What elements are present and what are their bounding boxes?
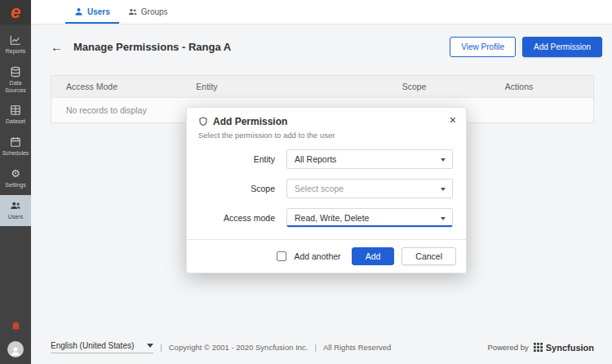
dialog-subtitle: Select the permission to add to the user [198,131,455,140]
column-header-entity: Entity [181,76,387,97]
sidebar-item-settings[interactable]: ⚙ Settings [0,163,31,195]
page-title: Manage Permissions - Ranga A [73,41,231,53]
tab-label: Groups [141,7,168,16]
chevron-down-icon [441,217,446,220]
permission-icon [198,117,208,127]
language-value: English (United States) [51,341,134,350]
scope-dropdown-placeholder: Select scope [295,184,344,193]
add-permission-button[interactable]: Add Permission [522,37,602,57]
dialog-title-row: Add Permission [198,116,455,127]
column-header-scope: Scope [388,76,490,97]
tab-label: Users [87,7,110,16]
sidebar-item-label: Schedules [2,150,29,158]
entity-label: Entity [200,154,286,164]
add-button[interactable]: Add [352,247,395,265]
entity-dropdown[interactable]: All Reports [286,149,453,169]
sidebar-item-users[interactable]: Users [0,195,31,227]
sidebar-item-label: Settings [5,182,25,189]
column-header-access-mode: Access Mode [51,76,181,97]
dataset-grid-icon [10,104,21,116]
app: e Reports Data Sources Dataset [0,0,612,364]
footer-separator: | [314,343,316,352]
access-mode-dropdown[interactable]: Read, Write, Delete [286,208,453,228]
access-mode-dropdown-value: Read, Write, Delete [295,213,369,223]
page-header: ← Manage Permissions - Ranga A View Prof… [31,24,612,65]
dialog-body: Entity All Reports Scope Select scope Ac… [187,140,466,239]
entity-field-row: Entity All Reports [200,149,453,169]
view-profile-button[interactable]: View Profile [450,37,516,57]
person-icon [74,7,83,16]
dialog-footer: Add another Add Cancel [187,239,466,273]
sidebar-item-data-sources[interactable]: Data Sources [0,61,31,100]
access-mode-label: Access mode [200,213,286,223]
scope-label: Scope [200,184,286,193]
entity-dropdown-value: All Reports [295,154,336,164]
language-selector[interactable]: English (United States) [51,341,153,353]
footer-separator: | [160,343,162,352]
empty-state-text: No records to display [66,105,147,115]
sidebar-item-dataset[interactable]: Dataset [0,100,31,131]
tab-groups[interactable]: Groups [119,0,177,24]
access-mode-field-row: Access mode Read, Write, Delete [200,208,453,228]
user-avatar[interactable] [7,341,24,357]
add-another-checkbox[interactable] [277,251,286,261]
sidebar: e Reports Data Sources Dataset [0,0,31,364]
scope-field-row: Scope Select scope [200,179,453,198]
chevron-down-icon [441,188,446,191]
sidebar-nav: Reports Data Sources Dataset Schedules [0,29,31,226]
powered-by-text: Powered by [488,343,529,352]
dialog-header: Add Permission Select the permission to … [187,108,466,140]
sidebar-item-reports[interactable]: Reports [0,29,31,61]
copyright-text: Copyright © 2001 - 2020 Syncfusion Inc. [169,343,308,352]
gear-icon: ⚙ [10,168,21,180]
sidebar-item-label: Data Sources [1,80,30,95]
dialog-title: Add Permission [213,116,287,127]
notifications-bell-icon[interactable] [10,321,22,333]
scope-dropdown[interactable]: Select scope [286,179,453,198]
sidebar-item-label: Users [8,214,23,221]
sidebar-item-schedules[interactable]: Schedules [0,131,31,163]
syncfusion-logo-icon [534,343,543,352]
sidebar-item-label: Dataset [6,118,25,126]
users-icon [10,200,21,211]
reports-icon [10,34,21,46]
add-another-label: Add another [294,251,340,261]
syncfusion-brand[interactable]: Syncfusion [534,343,594,353]
top-bar: Users Groups [31,0,612,24]
people-icon [128,7,137,16]
add-permission-dialog: Add Permission Select the permission to … [186,107,467,273]
page-footer: English (United States) | Copyright © 20… [31,335,612,364]
bold-reports-logo-icon: e [11,3,20,21]
rights-text: All Rights Reserved [323,343,391,352]
table-header-row: Access Mode Entity Scope Actions [51,76,593,97]
tab-users[interactable]: Users [65,0,119,24]
brand-logo[interactable]: e [0,0,31,24]
database-icon [10,66,21,78]
close-icon[interactable]: × [450,114,456,126]
sidebar-item-label: Reports [6,48,26,55]
calendar-icon [10,136,21,148]
cancel-button[interactable]: Cancel [401,247,456,265]
chevron-down-icon [441,158,446,162]
back-arrow-button[interactable]: ← [51,41,63,53]
chevron-down-icon [147,344,153,348]
column-header-actions: Actions [490,76,593,97]
syncfusion-brand-text: Syncfusion [546,343,594,353]
